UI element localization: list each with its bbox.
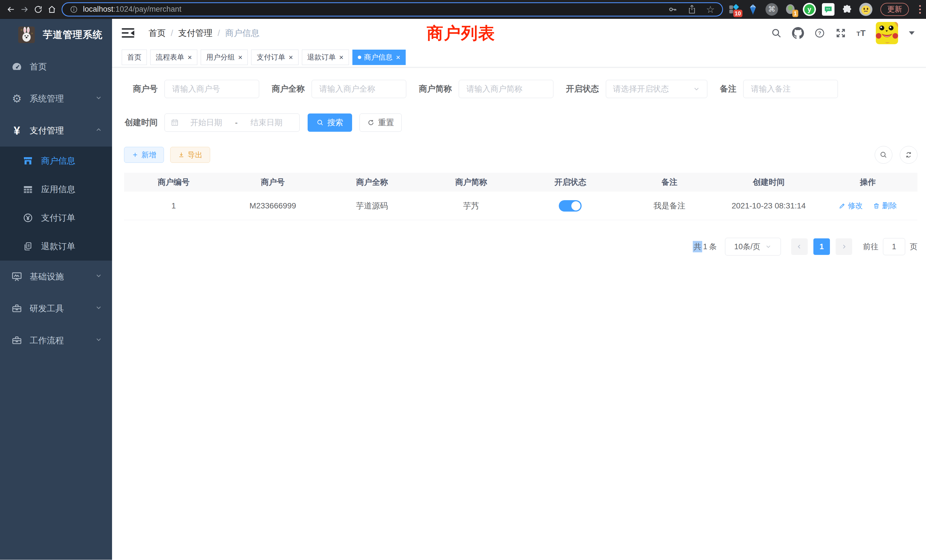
- search-icon[interactable]: [771, 28, 782, 38]
- share-icon[interactable]: [687, 5, 696, 14]
- short-name-input[interactable]: [459, 80, 553, 98]
- password-key-icon[interactable]: [668, 5, 678, 14]
- tab-home[interactable]: 首页: [122, 50, 147, 65]
- sidebar: 芋道管理系统 首页 ⚙ 系统管理 ¥ 支付管理: [0, 19, 112, 560]
- tab-user-group[interactable]: 用户分组 ×: [201, 50, 248, 65]
- col-merchant-id: 商户编号: [124, 173, 223, 192]
- breadcrumb-home[interactable]: 首页: [148, 27, 166, 39]
- breadcrumb-section[interactable]: 支付管理: [178, 27, 212, 39]
- toolbox-icon: [10, 303, 23, 314]
- sidebar-item-app-info[interactable]: 应用信息: [0, 175, 112, 204]
- close-icon[interactable]: ×: [188, 54, 192, 61]
- extension-icon-chat[interactable]: [822, 3, 835, 16]
- sidebar-item-home[interactable]: 首页: [0, 51, 112, 83]
- payment-submenu: 商户信息 应用信息 支付订单: [0, 147, 112, 260]
- github-icon[interactable]: [792, 27, 804, 39]
- close-icon[interactable]: ×: [238, 54, 242, 61]
- edit-link[interactable]: 修改: [839, 201, 863, 211]
- browser-home-button[interactable]: [45, 3, 59, 16]
- prev-page-button[interactable]: [791, 238, 808, 255]
- chevron-down-icon: [95, 304, 102, 313]
- goto-page-input[interactable]: [883, 238, 905, 255]
- sidebar-item-refund-order[interactable]: 退款订单: [0, 232, 112, 260]
- create-time-range-picker[interactable]: 开始日期 - 结束日期: [165, 114, 300, 132]
- chevron-down-icon: [95, 272, 102, 282]
- next-page-button[interactable]: [836, 238, 852, 255]
- merchant-no-input[interactable]: [165, 80, 259, 98]
- sidebar-item-system[interactable]: ⚙ 系统管理: [0, 83, 112, 115]
- browser-update-button[interactable]: 更新: [881, 3, 909, 16]
- browser-profile-avatar[interactable]: [859, 3, 872, 16]
- avatar-caret-icon[interactable]: [909, 31, 915, 35]
- app-logo-row[interactable]: 芋道管理系统: [0, 19, 112, 51]
- refresh-table-button[interactable]: [900, 146, 917, 163]
- sidebar-item-pay-order[interactable]: 支付订单: [0, 204, 112, 232]
- extension-icon-yudao[interactable]: y: [803, 3, 816, 16]
- app-topbar: 首页 / 支付管理 / 商户信息 商户列表 ? TT: [112, 19, 926, 47]
- pagination-total: 共 1 条: [693, 241, 717, 252]
- annotation-merchant-list: 商户列表: [427, 22, 495, 44]
- sidebar-item-label: 支付管理: [30, 125, 64, 136]
- tab-process-form[interactable]: 流程表单 ×: [150, 50, 197, 65]
- extension-icon-gem[interactable]: [746, 3, 760, 16]
- extension-icon-command[interactable]: ⌘: [765, 3, 778, 16]
- yen-icon: ¥: [10, 125, 23, 136]
- search-icon: [879, 151, 888, 159]
- page-info-icon[interactable]: [70, 5, 78, 14]
- close-icon[interactable]: ×: [289, 54, 293, 61]
- export-button[interactable]: 导出: [170, 147, 210, 163]
- sidebar-item-label: 研发工具: [30, 303, 64, 315]
- search-button[interactable]: 搜索: [308, 114, 352, 132]
- col-created-at: 创建时间: [719, 173, 818, 192]
- cell-created-at: 2021-10-23 08:31:14: [719, 192, 818, 220]
- status-select[interactable]: 请选择开启状态: [606, 80, 707, 98]
- fullscreen-icon[interactable]: [835, 28, 846, 38]
- tab-merchant-info[interactable]: 商户信息 ×: [353, 50, 406, 65]
- full-name-input[interactable]: [312, 80, 406, 98]
- sidebar-item-devtools[interactable]: 研发工具: [0, 292, 112, 324]
- sidebar-item-label: 应用信息: [41, 184, 75, 195]
- user-avatar[interactable]: [876, 22, 898, 44]
- sidebar-item-merchant-info[interactable]: 商户信息: [0, 147, 112, 175]
- trash-icon: [873, 203, 880, 209]
- url-bar[interactable]: localhost :1024/pay/merchant ☆: [62, 2, 723, 17]
- pikachu-avatar-icon: [876, 22, 898, 44]
- font-size-icon[interactable]: TT: [856, 28, 865, 38]
- help-icon[interactable]: ?: [814, 28, 825, 38]
- chevron-down-icon: [95, 336, 102, 345]
- svg-text:y: y: [807, 5, 811, 13]
- close-icon[interactable]: ×: [396, 54, 400, 61]
- bookmark-star-icon[interactable]: ☆: [706, 5, 715, 14]
- reset-button[interactable]: 重置: [360, 114, 402, 132]
- toggle-search-button[interactable]: [875, 146, 892, 163]
- browser-reload-button[interactable]: [31, 3, 45, 16]
- browser-menu-button[interactable]: [919, 5, 921, 14]
- sidebar-item-label: 系统管理: [30, 93, 64, 104]
- status-toggle[interactable]: [559, 200, 582, 212]
- breadcrumb-current: 商户信息: [225, 27, 259, 39]
- close-icon[interactable]: ×: [339, 54, 343, 61]
- tab-refund-order[interactable]: 退款订单 ×: [302, 50, 349, 65]
- extension-icon-b[interactable]: 1: [784, 3, 797, 16]
- tab-pay-order[interactable]: 支付订单 ×: [251, 50, 298, 65]
- extension-icon-a[interactable]: 10: [728, 3, 741, 16]
- pagination-goto: 前往 页: [863, 238, 917, 255]
- page-size-select[interactable]: 10条/页: [725, 238, 781, 256]
- delete-link[interactable]: 删除: [873, 201, 897, 211]
- page-1-button[interactable]: 1: [813, 238, 830, 255]
- add-button[interactable]: 新增: [124, 147, 164, 163]
- yen-circle-icon: [22, 212, 34, 223]
- remark-input[interactable]: [743, 80, 838, 98]
- sidebar-item-payment[interactable]: ¥ 支付管理: [0, 115, 112, 147]
- browser-forward-button[interactable]: [18, 3, 31, 16]
- extensions-puzzle-icon[interactable]: [840, 3, 853, 16]
- status-label: 开启状态: [566, 83, 599, 95]
- app-logo: [18, 27, 35, 43]
- cell-short-name: 芋艿: [422, 192, 521, 220]
- sidebar-item-label: 工作流程: [30, 335, 64, 347]
- browser-back-button[interactable]: [4, 3, 18, 16]
- sidebar-fold-icon[interactable]: [122, 28, 134, 38]
- sidebar-item-infrastructure[interactable]: 基础设施: [0, 260, 112, 292]
- download-icon: [178, 151, 185, 158]
- sidebar-item-workflow[interactable]: 工作流程: [0, 324, 112, 356]
